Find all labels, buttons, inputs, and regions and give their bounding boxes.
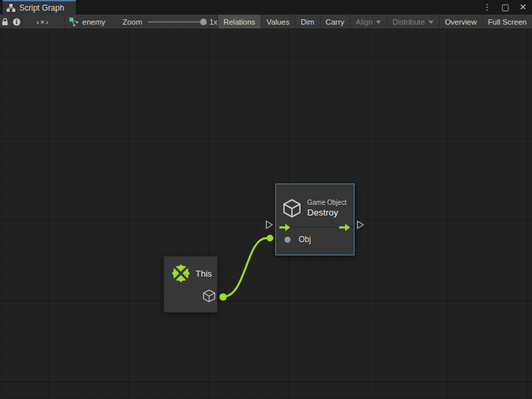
chevron-down-icon — [428, 21, 434, 24]
flow-input-arrow-icon[interactable] — [279, 223, 291, 231]
code-preview-toggle[interactable]: ‹×› — [23, 15, 65, 29]
flow-output-arrow-icon[interactable] — [339, 223, 350, 231]
graph-name-label: enemy — [82, 18, 106, 26]
tab-title: Script Graph — [19, 3, 64, 13]
zoom-value: 1x — [209, 18, 217, 26]
toolbar-button-carry[interactable]: Carry — [320, 15, 350, 29]
node-title: Destroy — [307, 207, 346, 217]
zoom-slider[interactable] — [148, 21, 203, 23]
toolbar-button-fullscreen[interactable]: Full Screen — [482, 15, 532, 29]
flow-ports-row — [276, 223, 354, 231]
window-menu-icon[interactable]: ⋮ — [483, 0, 491, 15]
node-title: This — [196, 269, 212, 279]
toolbar-button-dim[interactable]: Dim — [295, 15, 319, 29]
button-label: Align — [356, 18, 373, 26]
flow-in-triangle-icon[interactable] — [265, 220, 273, 229]
tab-script-graph[interactable]: Script Graph — [3, 0, 76, 15]
toolbar-button-values[interactable]: Values — [261, 15, 295, 29]
zoom-label: Zoom — [122, 18, 142, 26]
game-object-cube-icon — [202, 289, 216, 303]
button-label: Full Screen — [488, 18, 527, 26]
info-icon — [13, 18, 21, 26]
button-label: Distribute — [392, 18, 425, 26]
toolbar-button-overview[interactable]: Overview — [439, 15, 482, 29]
node-this[interactable]: This — [164, 256, 217, 313]
connection-end-dot[interactable] — [267, 235, 273, 241]
graph-toolbar: ‹×› enemy Zoom 1x Relations Values Dim C… — [0, 15, 532, 29]
button-label: Carry — [326, 18, 344, 26]
flow-out-triangle-icon[interactable] — [356, 220, 364, 229]
lock-button[interactable] — [0, 15, 11, 29]
code-toggle-icon: ‹×› — [37, 18, 50, 26]
button-label: Values — [267, 18, 289, 26]
button-label: Overview — [445, 18, 477, 26]
zoom-slider-thumb[interactable] — [200, 19, 207, 25]
button-label: Dim — [301, 18, 314, 26]
graph-canvas[interactable]: This Game Object Destroy — [0, 29, 532, 399]
node-destroy[interactable]: Game Object Destroy — [275, 184, 354, 255]
graph-breadcrumb[interactable]: enemy — [69, 17, 106, 27]
obj-input-port[interactable] — [285, 237, 291, 243]
toolbar-button-align[interactable]: Align — [350, 15, 387, 29]
button-label: Relations — [223, 18, 255, 26]
window-tab-bar: Script Graph ⋮ ▢ ✕ — [0, 0, 532, 15]
obj-port-label: Obj — [299, 235, 311, 244]
this-unit-icon — [172, 264, 190, 283]
game-object-cube-icon — [282, 198, 302, 218]
lock-icon — [1, 18, 9, 26]
toolbar-button-distribute[interactable]: Distribute — [386, 15, 439, 29]
script-graph-asset-icon — [69, 17, 79, 27]
zoom-control: Zoom 1x — [122, 18, 217, 26]
node-category: Game Object — [307, 199, 346, 206]
toolbar-button-relations[interactable]: Relations — [217, 15, 261, 29]
this-output-port[interactable] — [219, 293, 227, 301]
window-maximize-icon[interactable]: ▢ — [501, 0, 509, 15]
graph-hierarchy-icon — [7, 4, 15, 12]
window-close-icon[interactable]: ✕ — [519, 0, 527, 15]
connection-layer — [0, 29, 532, 399]
connection-wire[interactable] — [223, 238, 267, 297]
chevron-down-icon — [376, 21, 381, 24]
info-button[interactable] — [11, 15, 23, 29]
